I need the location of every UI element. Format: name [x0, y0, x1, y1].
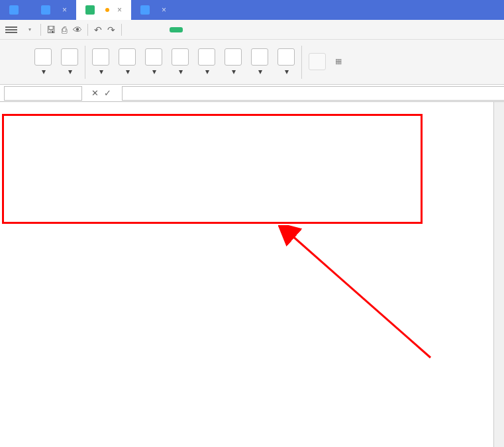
fx-all-icon: [92, 48, 109, 66]
undo-icon[interactable]: ↶: [92, 24, 104, 36]
ribbon-math[interactable]: ▾: [247, 48, 272, 76]
tab-wps[interactable]: [0, 0, 32, 20]
cancel-icon[interactable]: ✕: [91, 88, 99, 98]
vertical-scrollbar[interactable]: [493, 102, 504, 447]
menu-review[interactable]: [199, 27, 212, 32]
preview-icon[interactable]: 👁: [72, 24, 83, 36]
annotation-red-box: [2, 114, 423, 224]
menu-formula[interactable]: [170, 27, 183, 32]
word-icon: [140, 5, 150, 15]
print-icon[interactable]: ⎙: [58, 24, 70, 36]
ribbon-autosum[interactable]: ▾: [30, 48, 56, 76]
save-icon[interactable]: 🖫: [45, 24, 57, 36]
hamburger-icon[interactable]: [5, 25, 17, 34]
close-icon[interactable]: ×: [162, 5, 166, 15]
tab-workbook1[interactable]: ×: [76, 0, 131, 20]
more-icon: [277, 48, 295, 66]
menubar: ▾ 🖫 ⎙ 👁 ↶ ↷: [0, 20, 504, 40]
formula-input[interactable]: [122, 86, 504, 101]
menu-special[interactable]: [257, 27, 270, 32]
menu-view[interactable]: [213, 27, 227, 32]
menu-security[interactable]: [228, 27, 241, 32]
ribbon-logic[interactable]: ▾: [141, 48, 166, 76]
file-menu[interactable]: ▾: [21, 24, 36, 35]
word-icon: [9, 5, 19, 15]
ribbon-extra[interactable]: ▦: [331, 57, 348, 67]
annotation-red-arrow: [278, 225, 444, 364]
menu-data[interactable]: [184, 27, 197, 32]
sheet-icon: [85, 5, 95, 15]
text-icon: [172, 48, 189, 66]
ribbon-datetime[interactable]: ▾: [194, 48, 219, 76]
ribbon-lookup[interactable]: ▾: [221, 48, 246, 76]
ribbon-other-fn[interactable]: ▾: [274, 48, 299, 76]
close-icon[interactable]: ×: [117, 5, 122, 15]
clock-icon: [198, 48, 215, 66]
ribbon-insert-fn[interactable]: [4, 53, 29, 72]
tab-doc2[interactable]: ×: [131, 0, 176, 20]
ribbon-text[interactable]: ▾: [168, 48, 193, 76]
sigma-icon: [34, 48, 52, 66]
ribbon-financial[interactable]: ▾: [115, 48, 140, 76]
close-icon[interactable]: ×: [62, 5, 67, 15]
name-manager-icon: [309, 53, 326, 70]
math-icon: [251, 48, 268, 66]
menu-insert[interactable]: [140, 27, 154, 32]
fx-icon: [8, 53, 25, 70]
search-icon: [225, 48, 242, 66]
ribbon-name-manager[interactable]: [305, 53, 330, 72]
accept-icon[interactable]: ✓: [104, 88, 111, 98]
name-box[interactable]: [4, 86, 82, 101]
menu-start[interactable]: [126, 27, 139, 32]
app-tabstrip: × × ×: [0, 0, 504, 20]
tab-excel-tips[interactable]: ×: [32, 0, 76, 20]
redo-icon[interactable]: ↷: [105, 24, 117, 36]
modified-dot-icon: [105, 8, 109, 12]
menu-pagelayout[interactable]: [155, 27, 168, 32]
svg-line-0: [291, 235, 430, 358]
currency-icon: [119, 48, 136, 66]
menu-devtools[interactable]: [242, 27, 256, 32]
logic-icon: [145, 48, 162, 66]
formula-bar: ✕ ✓: [0, 85, 504, 102]
grid-icon: ▦: [335, 57, 342, 66]
word-icon: [41, 5, 50, 15]
ribbon: ▾ ▾ ▾ ▾ ▾ ▾ ▾ ▾ ▾ ▾ ▦: [0, 40, 504, 85]
ribbon-all-fn[interactable]: ▾: [88, 48, 113, 76]
star-icon: [61, 48, 78, 66]
ribbon-common-fn[interactable]: ▾: [57, 48, 82, 76]
